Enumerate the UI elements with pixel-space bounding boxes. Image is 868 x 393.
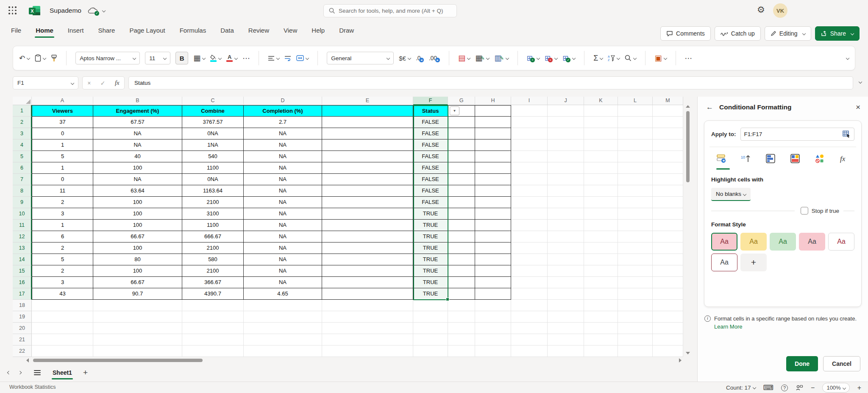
cell-K8[interactable] — [584, 185, 618, 197]
conditional-formatting-button[interactable]: ▤ — [458, 53, 470, 63]
cell-D1[interactable]: Completion (%) — [244, 105, 322, 117]
cell-A22[interactable] — [32, 346, 93, 357]
cell-J1[interactable] — [548, 105, 584, 117]
row-header-19[interactable]: 19 — [13, 311, 32, 323]
cell-D7[interactable]: NA — [244, 174, 322, 185]
tab-page-layout[interactable]: Page Layout — [128, 26, 166, 35]
cell-K9[interactable] — [584, 197, 618, 208]
cell-G12[interactable] — [448, 231, 475, 242]
cell-K20[interactable] — [584, 323, 618, 334]
cell-K5[interactable] — [584, 151, 618, 162]
format-painter-button[interactable] — [51, 55, 57, 62]
tab-review[interactable]: Review — [248, 26, 270, 35]
cancel-button[interactable]: Cancel — [823, 356, 860, 371]
cell-F22[interactable] — [413, 346, 448, 357]
cell-L1[interactable] — [618, 105, 653, 117]
format-style-swatch-6[interactable]: Aa — [711, 254, 737, 271]
cell-A2[interactable]: 37 — [32, 117, 93, 128]
cell-B5[interactable]: 40 — [93, 151, 182, 162]
cell-styles-button[interactable]: ▥✎ — [494, 53, 508, 63]
done-button[interactable]: Done — [786, 356, 818, 371]
cell-J6[interactable] — [548, 162, 584, 174]
cell-J19[interactable] — [548, 311, 584, 323]
cell-K1[interactable] — [584, 105, 618, 117]
paste-button[interactable] — [35, 54, 46, 62]
cell-I22[interactable] — [511, 346, 548, 357]
cell-B19[interactable] — [93, 311, 182, 323]
avatar[interactable]: VK — [773, 3, 787, 18]
comments-button[interactable]: Comments — [660, 26, 711, 41]
cell-F21[interactable] — [413, 334, 448, 346]
column-header-I[interactable]: I — [511, 97, 548, 105]
cell-I21[interactable] — [511, 334, 548, 346]
all-sheets-icon[interactable] — [34, 370, 41, 375]
cell-L21[interactable] — [618, 334, 653, 346]
cell-A20[interactable] — [32, 323, 93, 334]
cell-A1[interactable]: Viewers — [32, 105, 93, 117]
row-header-6[interactable]: 6 — [13, 162, 32, 174]
cell-F3[interactable]: FALSE — [413, 128, 448, 139]
cell-C19[interactable] — [182, 311, 244, 323]
learn-more-link[interactable]: Learn More — [714, 323, 742, 330]
cell-C4[interactable]: 1NA — [182, 139, 244, 151]
cell-E3[interactable] — [322, 128, 413, 139]
cell-B4[interactable]: NA — [93, 139, 182, 151]
column-header-G[interactable]: G — [448, 97, 475, 105]
cell-J4[interactable] — [548, 139, 584, 151]
cell-E11[interactable] — [322, 220, 413, 231]
cell-B20[interactable] — [93, 323, 182, 334]
cell-L18[interactable] — [618, 300, 653, 311]
wrap-text-button[interactable] — [284, 56, 291, 61]
cell-B3[interactable]: NA — [93, 128, 182, 139]
cell-J2[interactable] — [548, 117, 584, 128]
cell-G13[interactable] — [448, 242, 475, 254]
cell-I5[interactable] — [511, 151, 548, 162]
cell-G10[interactable] — [448, 208, 475, 220]
cell-D18[interactable] — [244, 300, 322, 311]
cell-A11[interactable]: 1 — [32, 220, 93, 231]
cell-C18[interactable] — [182, 300, 244, 311]
cell-I2[interactable] — [511, 117, 548, 128]
cell-K10[interactable] — [584, 208, 618, 220]
cell-F5[interactable]: FALSE — [413, 151, 448, 162]
cell-A3[interactable]: 0 — [32, 128, 93, 139]
cell-M18[interactable] — [653, 300, 683, 311]
cell-J22[interactable] — [548, 346, 584, 357]
cell-A19[interactable] — [32, 311, 93, 323]
color-scales-rule-icon[interactable] — [789, 153, 801, 164]
cell-B6[interactable]: 100 — [93, 162, 182, 174]
cell-E2[interactable] — [322, 117, 413, 128]
cell-E19[interactable] — [322, 311, 413, 323]
cell-D15[interactable]: NA — [244, 265, 322, 277]
cell-C10[interactable]: 3100 — [182, 208, 244, 220]
cell-E9[interactable] — [322, 197, 413, 208]
cell-L9[interactable] — [618, 197, 653, 208]
cell-H11[interactable] — [475, 220, 511, 231]
cell-I19[interactable] — [511, 311, 548, 323]
cell-E6[interactable] — [322, 162, 413, 174]
undo-button[interactable]: ↶ — [19, 54, 30, 63]
cell-J7[interactable] — [548, 174, 584, 185]
row-header-2[interactable]: 2 — [13, 117, 32, 128]
cell-B15[interactable]: 100 — [93, 265, 182, 277]
align-button[interactable] — [268, 56, 279, 61]
cell-C12[interactable]: 666.67 — [182, 231, 244, 242]
cell-L12[interactable] — [618, 231, 653, 242]
row-header-17[interactable]: 17 — [13, 288, 32, 300]
vertical-scroll-thumb[interactable] — [686, 111, 690, 182]
row-header-16[interactable]: 16 — [13, 277, 32, 288]
cell-D19[interactable] — [244, 311, 322, 323]
cell-H15[interactable] — [475, 265, 511, 277]
tab-insert[interactable]: Insert — [67, 26, 85, 35]
cell-J16[interactable] — [548, 277, 584, 288]
cell-B17[interactable]: 90.7 — [93, 288, 182, 300]
cell-F19[interactable] — [413, 311, 448, 323]
cell-L6[interactable] — [618, 162, 653, 174]
cell-G19[interactable] — [448, 311, 475, 323]
cell-G9[interactable] — [448, 197, 475, 208]
cell-C7[interactable]: 0NA — [182, 174, 244, 185]
cell-B21[interactable] — [93, 334, 182, 346]
cell-G7[interactable] — [448, 174, 475, 185]
cell-D16[interactable]: NA — [244, 277, 322, 288]
cell-I16[interactable] — [511, 277, 548, 288]
